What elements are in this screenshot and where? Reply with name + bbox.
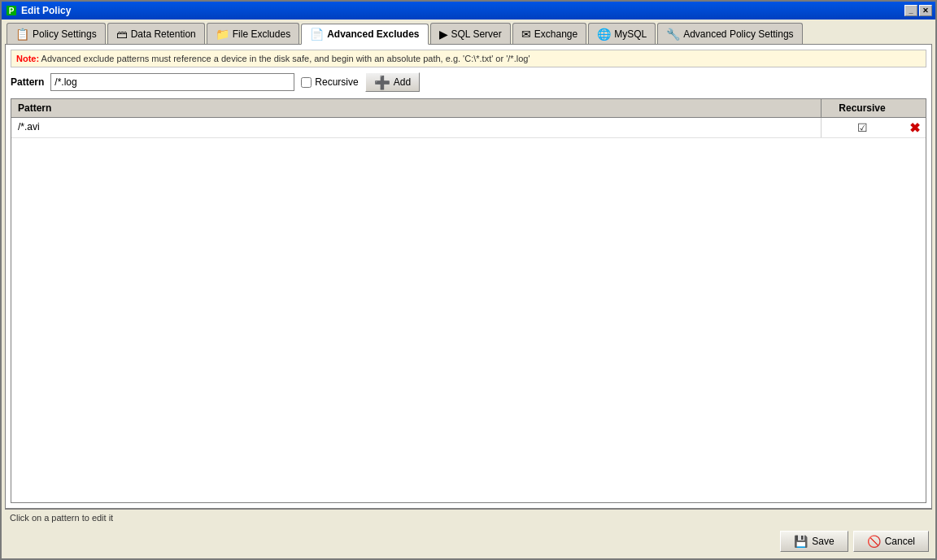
recursive-checkbox[interactable]: [301, 77, 312, 88]
tab-data-retention[interactable]: 🗃 Data Retention: [107, 23, 205, 44]
file-excludes-icon: 📁: [216, 28, 229, 41]
column-pattern: Pattern: [11, 99, 822, 117]
edit-policy-window: P Edit Policy _ ✕ 📋 Policy Settings 🗃 Da…: [0, 0, 937, 560]
tab-sql-server[interactable]: ▶ SQL Server: [430, 23, 511, 44]
status-text: Click on a pattern to edit it: [10, 513, 113, 523]
table-body: /*.avi ☑ ✖: [11, 118, 926, 502]
row-recursive: ☑: [822, 118, 903, 137]
tab-content: Note: Advanced exclude patterns must ref…: [5, 44, 932, 509]
delete-button[interactable]: ✖: [909, 120, 920, 136]
minimize-button[interactable]: _: [904, 5, 917, 16]
save-icon: 💾: [794, 535, 808, 548]
tab-policy-settings[interactable]: 📋 Policy Settings: [7, 23, 106, 44]
recursive-label[interactable]: Recursive: [301, 76, 358, 88]
add-button[interactable]: ➕ Add: [365, 72, 420, 92]
save-button[interactable]: 💾 Save: [780, 531, 848, 552]
pattern-row: Pattern Recursive ➕ Add: [11, 72, 926, 92]
pattern-input[interactable]: [50, 73, 294, 91]
mysql-icon: 🌐: [597, 28, 611, 41]
title-bar-buttons: _ ✕: [904, 5, 932, 16]
policy-settings-icon: 📋: [15, 28, 29, 41]
column-recursive: Recursive: [822, 99, 903, 117]
close-button[interactable]: ✕: [919, 5, 932, 16]
window-icon: P: [5, 4, 18, 17]
cancel-label: Cancel: [885, 536, 915, 547]
pattern-label: Pattern: [11, 76, 44, 88]
table-row[interactable]: /*.avi ☑ ✖: [11, 118, 926, 138]
data-retention-icon: 🗃: [116, 28, 128, 41]
sql-server-icon: ▶: [439, 28, 448, 41]
plus-icon: ➕: [374, 75, 390, 90]
row-pattern: /*.avi: [11, 118, 822, 137]
window-body: 📋 Policy Settings 🗃 Data Retention 📁 Fil…: [2, 20, 935, 558]
window-title: Edit Policy: [21, 5, 904, 16]
recursive-text: Recursive: [315, 76, 358, 88]
svg-text:P: P: [9, 7, 15, 15]
note-bar: Note: Advanced exclude patterns must ref…: [11, 50, 926, 67]
note-prefix: Note:: [16, 54, 39, 63]
row-delete[interactable]: ✖: [903, 118, 926, 137]
column-delete: [903, 99, 926, 117]
add-label: Add: [394, 76, 411, 88]
title-bar: P Edit Policy _ ✕: [2, 2, 935, 20]
tabs-bar: 📋 Policy Settings 🗃 Data Retention 📁 Fil…: [5, 23, 932, 44]
advanced-policy-settings-icon: 🔧: [666, 28, 680, 41]
table-header: Pattern Recursive: [11, 99, 926, 118]
cancel-icon: 🚫: [867, 535, 881, 548]
pattern-table: Pattern Recursive /*.avi ☑ ✖: [11, 98, 926, 503]
save-label: Save: [812, 536, 834, 547]
tab-advanced-policy-settings[interactable]: 🔧 Advanced Policy Settings: [657, 23, 802, 44]
note-text: Advanced exclude patterns must reference…: [41, 54, 530, 63]
tab-advanced-excludes[interactable]: 📄 Advanced Excludes: [301, 24, 428, 45]
advanced-excludes-icon: 📄: [310, 28, 324, 41]
footer-bar: 💾 Save 🚫 Cancel: [5, 526, 932, 555]
status-bar: Click on a pattern to edit it: [5, 509, 932, 526]
exchange-icon: ✉: [521, 28, 531, 41]
tab-exchange[interactable]: ✉ Exchange: [512, 23, 586, 44]
cancel-button[interactable]: 🚫 Cancel: [853, 531, 929, 552]
check-icon: ☑: [857, 121, 868, 134]
tab-mysql[interactable]: 🌐 MySQL: [588, 23, 656, 44]
x-icon: ✖: [909, 120, 920, 136]
tab-file-excludes[interactable]: 📁 File Excludes: [207, 23, 299, 44]
